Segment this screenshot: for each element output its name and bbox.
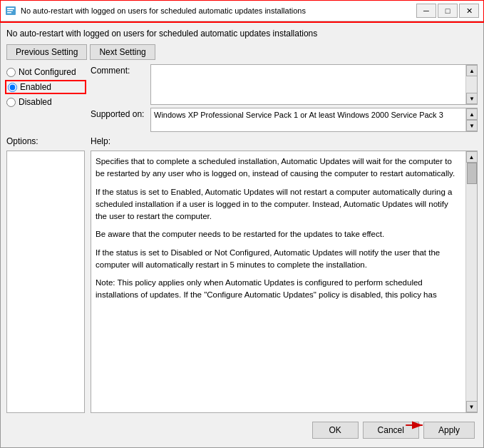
middle-section: Not Configured Enabled Disabled Comment:	[6, 64, 478, 132]
supported-row: Supported on: Windows XP Professional Se…	[91, 108, 478, 132]
help-panel: Specifies that to complete a scheduled i…	[91, 151, 478, 413]
apply-button[interactable]: Apply	[423, 422, 475, 439]
not-configured-option[interactable]: Not Configured	[6, 67, 85, 77]
comment-scroll-track	[466, 76, 477, 93]
next-setting-button[interactable]: Next Setting	[90, 44, 155, 60]
arrow-indicator	[403, 415, 426, 437]
help-para-2: If the status is set to Enabled, Automat…	[96, 186, 461, 223]
comment-label: Comment:	[91, 64, 148, 76]
right-section: Comment: ▲ ▼ Supported on: Windows	[91, 64, 478, 132]
disabled-option[interactable]: Disabled	[6, 97, 85, 107]
comment-input[interactable]	[151, 65, 465, 104]
previous-setting-button[interactable]: Previous Setting	[6, 44, 87, 60]
dialog-window: No auto-restart with logged on users for…	[0, 0, 484, 448]
title-bar: No auto-restart with logged on users for…	[1, 1, 483, 21]
policy-title: No auto-restart with logged on users for…	[6, 27, 478, 40]
not-configured-label: Not Configured	[19, 67, 76, 77]
help-scroll-up[interactable]: ▲	[466, 151, 478, 163]
maximize-button[interactable]: □	[438, 4, 458, 18]
help-label: Help:	[91, 136, 110, 146]
minimize-button[interactable]: ─	[416, 4, 436, 18]
supported-wrapper: Windows XP Professional Service Pack 1 o…	[150, 108, 478, 132]
comment-wrapper: ▲ ▼	[150, 64, 478, 105]
comment-scroll-down[interactable]: ▼	[466, 93, 478, 104]
not-configured-radio[interactable]	[6, 68, 16, 77]
enabled-option[interactable]: Enabled	[6, 81, 85, 93]
enabled-radio[interactable]	[8, 83, 17, 92]
comment-scrollbar: ▲ ▼	[465, 65, 477, 104]
section-labels: Options: Help:	[6, 136, 478, 146]
supported-scroll-up[interactable]: ▲	[466, 108, 478, 120]
svg-rect-1	[7, 8, 14, 9]
nav-buttons: Previous Setting Next Setting	[6, 44, 478, 60]
help-scroll-track	[466, 163, 477, 401]
help-box: Specifies that to complete a scheduled i…	[91, 151, 478, 413]
supported-label: Supported on:	[91, 108, 148, 119]
options-box	[6, 151, 85, 413]
help-para-1: Specifies that to complete a scheduled i…	[96, 156, 461, 180]
svg-rect-2	[7, 10, 13, 11]
lower-section: Specifies that to complete a scheduled i…	[6, 151, 478, 413]
content-area: No auto-restart with logged on users for…	[1, 21, 483, 447]
window-icon	[5, 5, 16, 16]
svg-rect-3	[7, 12, 11, 14]
title-bar-controls: ─ □ ✕	[416, 4, 479, 18]
help-para-3: Be aware that the computer needs to be r…	[96, 228, 461, 240]
supported-scrollbar: ▲ ▼	[465, 108, 477, 131]
footer-buttons: OK Cancel Apply	[6, 417, 478, 442]
disabled-radio[interactable]	[6, 98, 16, 107]
help-scrollbar: ▲ ▼	[465, 151, 477, 412]
help-scroll-thumb[interactable]	[467, 163, 477, 184]
help-para-5: Note: This policy applies only when Auto…	[96, 277, 461, 302]
ok-button[interactable]: OK	[312, 422, 359, 439]
supported-value: Windows XP Professional Service Pack 1 o…	[151, 108, 465, 131]
arrow-icon	[403, 415, 426, 435]
radio-group: Not Configured Enabled Disabled	[6, 64, 85, 132]
comment-scroll-up[interactable]: ▲	[466, 65, 478, 76]
options-panel	[6, 151, 85, 413]
comment-row: Comment: ▲ ▼	[91, 64, 478, 105]
options-label: Options:	[6, 136, 85, 146]
enabled-label: Enabled	[20, 82, 51, 92]
help-scroll-down[interactable]: ▼	[466, 401, 478, 412]
disabled-label: Disabled	[19, 97, 52, 107]
close-button[interactable]: ✕	[459, 4, 479, 18]
supported-scroll-down[interactable]: ▼	[466, 120, 478, 131]
title-bar-text: No auto-restart with logged on users for…	[21, 6, 412, 15]
help-text-content: Specifies that to complete a scheduled i…	[91, 151, 465, 412]
help-para-4: If the status is set to Disabled or Not …	[96, 247, 461, 272]
